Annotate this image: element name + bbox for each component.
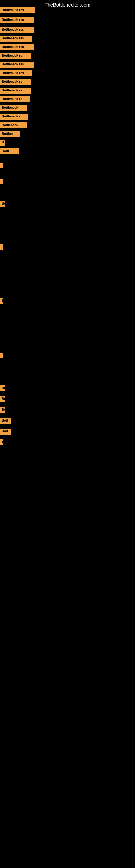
bottleneck-label-3: Bottleneck res — [0, 35, 32, 41]
bottleneck-label-10: Bottleneck re — [0, 96, 30, 102]
bottleneck-label-26: Bott — [0, 418, 11, 424]
bottleneck-label-4: Bottleneck res — [0, 44, 34, 50]
bottleneck-label-14: Bottlen — [0, 131, 20, 137]
bottleneck-label-2: Bottleneck res — [0, 27, 34, 33]
bottleneck-label-1: Bottleneck res — [0, 17, 34, 23]
bottleneck-label-13: Bottleneck — [0, 122, 27, 128]
bottleneck-label-25: Bo — [0, 407, 5, 413]
bottleneck-label-19: Bo — [0, 201, 5, 207]
bottleneck-label-18: | — [0, 179, 3, 184]
bottleneck-label-23: Bo — [0, 385, 5, 391]
bottleneck-label-8: Bottleneck re — [0, 79, 31, 85]
bottleneck-label-20: | — [0, 244, 3, 250]
bottleneck-label-22: | — [0, 352, 3, 358]
bottleneck-label-15: B — [0, 140, 5, 146]
bottleneck-label-28: B — [0, 439, 3, 445]
bottleneck-label-6: Bottleneck res — [0, 62, 34, 67]
bottleneck-label-5: Bottleneck re — [0, 53, 31, 59]
bottleneck-label-0: Bottleneck res — [0, 7, 35, 13]
bottleneck-label-17: | — [0, 163, 3, 168]
bottleneck-label-21: B — [0, 299, 3, 304]
bottleneck-label-12: Bottleneck r — [0, 114, 28, 120]
bottleneck-label-27: Bott — [0, 429, 11, 435]
bottleneck-label-9: Bottleneck re — [0, 88, 31, 94]
bottleneck-label-16: Bottl — [0, 148, 19, 154]
bottleneck-label-7: Bottleneck res — [0, 70, 32, 76]
bottleneck-label-24: Bo — [0, 396, 5, 402]
bottleneck-label-11: Bottleneck — [0, 105, 27, 111]
